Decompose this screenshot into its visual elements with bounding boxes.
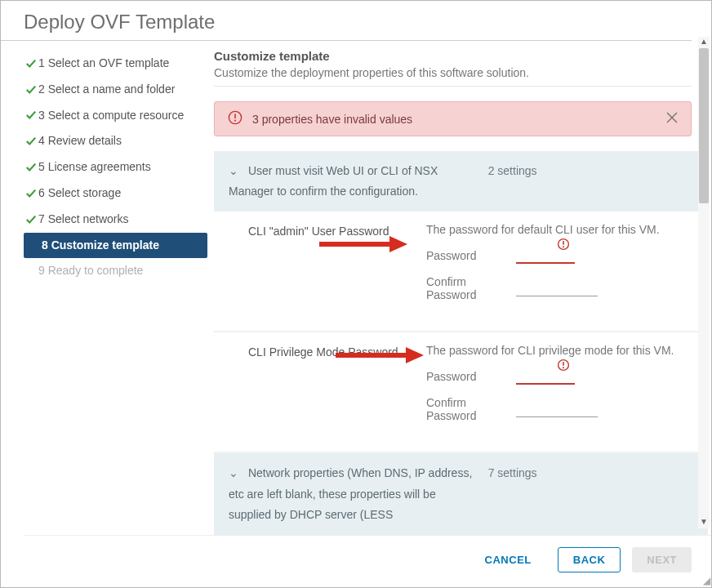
section-meta: 7 settings bbox=[488, 463, 693, 525]
step-label: 7 Select networks bbox=[38, 210, 129, 229]
step-3[interactable]: 3 Select a compute resource bbox=[24, 103, 207, 129]
priv-password-confirm-input[interactable] bbox=[516, 401, 598, 417]
section-title: Network properties (When DNS, IP address… bbox=[229, 466, 472, 520]
prop-cli-privilege-password: CLI Privilege Mode Password The password… bbox=[214, 332, 708, 453]
prop-desc: The password for default CLI user for th… bbox=[426, 223, 693, 236]
section-user-config[interactable]: ⌄ User must visit Web UI or CLI of NSX M… bbox=[214, 151, 708, 212]
chevron-down-icon: ⌄ bbox=[229, 161, 238, 181]
svg-point-7 bbox=[563, 246, 564, 247]
content-header: Customize template Customize the deploym… bbox=[214, 49, 692, 87]
vertical-scrollbar[interactable]: ▲ ▼ bbox=[698, 48, 710, 517]
alert-text: 3 properties have invalid values bbox=[252, 113, 412, 126]
prop-cli-admin-password: CLI "admin" User Password The password f… bbox=[214, 212, 708, 332]
step-label: 2 Select a name and folder bbox=[38, 80, 175, 100]
content-title: Customize template bbox=[214, 49, 692, 63]
prop-name: CLI "admin" User Password bbox=[248, 223, 412, 313]
content-subtitle: Customize the deployment properties of t… bbox=[214, 66, 692, 79]
confirm-password-label: Confirm Password bbox=[426, 396, 500, 422]
check-icon bbox=[24, 136, 38, 147]
password-label: Password bbox=[426, 370, 500, 383]
check-icon bbox=[24, 188, 38, 199]
section-meta: 2 settings bbox=[488, 161, 693, 202]
back-button[interactable]: BACK bbox=[558, 547, 621, 572]
chevron-down-icon: ⌄ bbox=[229, 463, 238, 483]
section-title: User must visit Web UI or CLI of NSX Man… bbox=[229, 164, 438, 198]
dialog-title: Deploy OVF Template bbox=[1, 1, 692, 41]
step-label: 6 Select storage bbox=[38, 184, 121, 203]
step-6[interactable]: 6 Select storage bbox=[24, 180, 207, 207]
step-9-disabled: 9 Ready to complete bbox=[24, 258, 207, 284]
error-icon bbox=[557, 236, 570, 250]
prop-name: CLI Privilege Mode Password bbox=[248, 344, 412, 434]
error-icon bbox=[557, 357, 570, 371]
check-icon bbox=[24, 58, 38, 69]
step-label: 8 Customize template bbox=[42, 236, 159, 256]
alert-icon bbox=[228, 110, 243, 127]
svg-point-10 bbox=[563, 367, 564, 368]
next-button: NEXT bbox=[632, 547, 692, 572]
dialog-body: 1 Select an OVF template 2 Select a name… bbox=[1, 41, 711, 535]
check-icon bbox=[24, 84, 38, 96]
step-label: 1 Select an OVF template bbox=[38, 54, 169, 74]
step-label: 4 Review details bbox=[38, 131, 122, 151]
check-icon bbox=[24, 214, 38, 225]
step-8-active[interactable]: 8 Customize template bbox=[24, 233, 207, 259]
confirm-password-label: Confirm Password bbox=[426, 275, 500, 301]
step-4[interactable]: 4 Review details bbox=[24, 128, 207, 154]
password-label: Password bbox=[426, 249, 500, 262]
dialog-footer: CANCEL BACK NEXT bbox=[24, 535, 711, 587]
step-1[interactable]: 1 Select an OVF template bbox=[24, 51, 207, 77]
admin-password-confirm-input[interactable] bbox=[516, 280, 598, 296]
ovf-deploy-dialog: Deploy OVF Template 1 Select an OVF temp… bbox=[0, 0, 712, 588]
cancel-button[interactable]: CANCEL bbox=[470, 547, 546, 572]
alert-close-icon[interactable] bbox=[666, 112, 678, 126]
step-label: 3 Select a compute resource bbox=[38, 106, 184, 126]
validation-alert: 3 properties have invalid values bbox=[214, 101, 692, 136]
step-2[interactable]: 2 Select a name and folder bbox=[24, 77, 207, 103]
wizard-steps: 1 Select an OVF template 2 Select a name… bbox=[24, 41, 207, 535]
svg-point-2 bbox=[234, 120, 236, 122]
content-panel: Customize template Customize the deploym… bbox=[207, 41, 711, 535]
prop-desc: The password for CLI privilege mode for … bbox=[426, 344, 693, 357]
scroll-down-icon[interactable]: ▼ bbox=[698, 517, 710, 528]
step-label: 9 Ready to complete bbox=[38, 261, 143, 281]
resize-handle-icon[interactable]: ◢ bbox=[703, 575, 710, 586]
scrollbar-thumb[interactable] bbox=[699, 48, 709, 203]
properties-scroll: ⌄ User must visit Web UI or CLI of NSX M… bbox=[214, 151, 708, 535]
scroll-up-icon[interactable]: ▲ bbox=[698, 41, 710, 48]
step-label: 5 License agreements bbox=[38, 158, 151, 177]
section-network-properties[interactable]: ⌄ Network properties (When DNS, IP addre… bbox=[214, 453, 708, 535]
step-7[interactable]: 7 Select networks bbox=[24, 207, 207, 233]
step-5[interactable]: 5 License agreements bbox=[24, 154, 207, 180]
check-icon bbox=[24, 109, 38, 121]
check-icon bbox=[24, 162, 38, 173]
